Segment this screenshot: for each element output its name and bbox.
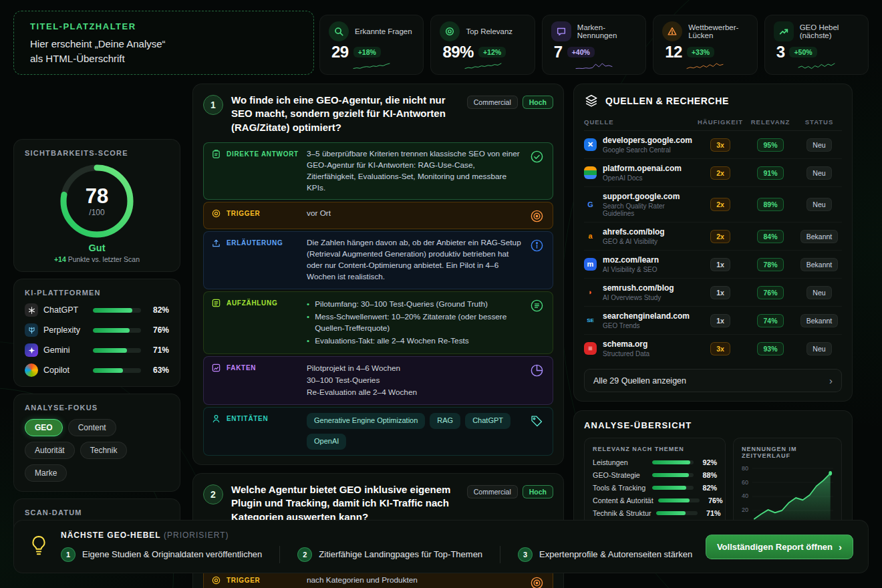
status-badge: Neu [806, 166, 831, 180]
open-report-button[interactable]: Vollständigen Report öffnen › [706, 535, 853, 559]
row-fakten: FAKTEN Pilotprojekt in 4–6 Wochen 30–100… [203, 356, 553, 405]
analyse-title: ANALYSE-ÜBERSICHT [584, 420, 842, 430]
lever-number: 1 [61, 547, 76, 562]
row-text: Die Zahlen hängen davon ab, ob der Anbie… [307, 237, 522, 283]
stat-delta-badge: +40% [567, 47, 595, 57]
status-badge: Neu [806, 342, 831, 355]
table-row[interactable]: m moz.com/learn AI Visibility & SEO 1x 7… [584, 251, 842, 279]
divider [500, 546, 500, 563]
row-label: ERLÄUTERUNG [227, 239, 301, 247]
stat-value: 29 [331, 43, 349, 61]
entity-chip[interactable]: RAG [430, 413, 460, 429]
table-row[interactable]: SE searchengineland.com GEO Trends 1x 74… [584, 307, 842, 335]
question-card-1: 1 Wo finde ich eine GEO-Agentur, die nic… [192, 84, 564, 465]
status-badge: Neu [806, 286, 831, 299]
entity-chip[interactable]: OpenAI [307, 434, 346, 450]
dashboard: TITEL-PLATZHALTER Hier erscheint „Deine … [0, 0, 882, 588]
target-circle-icon [530, 209, 544, 223]
page-subtitle-line1: Hier erscheint „Deine Analyse“ [30, 38, 166, 49]
theme-bar [652, 460, 694, 464]
source-subtitle: Search Quality Rater Guidelines [603, 202, 696, 217]
theme-row: Content & Autorität 76% [593, 496, 717, 504]
status-badge: Neu [806, 198, 831, 211]
questions-column: 1 Wo finde ich eine GEO-Agentur, die nic… [192, 84, 564, 588]
themes-title: RELEVANZ NACH THEMEN [593, 446, 717, 452]
row-aufzaehlung: AUFZÄHLUNG Pilotumfang: 30–100 Test-Quer… [203, 291, 553, 354]
source-subtitle: Google Search Central [603, 146, 692, 154]
list-item: Mess-Schwellenwert: 10–20% Zitaterate (o… [307, 311, 522, 334]
fokus-tag-technik[interactable]: Technik [80, 442, 128, 459]
table-row[interactable]: a ahrefs.com/blog GEO & AI Visibility 2x… [584, 223, 842, 251]
platform-name: Perplexity [43, 325, 88, 335]
check-circle-icon [530, 150, 544, 164]
stat-card-marken-nennungen: Marken-Nennungen 7 +40% [542, 15, 646, 75]
table-row[interactable]: ≡ schema.org Structured Data 3x 93% Neu [584, 335, 842, 362]
ki-platforms-card: KI-PLATTFORMEN ChatGPT 82% Perplexity 76… [13, 279, 180, 387]
platform-bar [93, 368, 141, 373]
kpi-row: Erkannte Fragen 29 +18% Top Relevanz 89%… [319, 15, 869, 75]
fokus-tag-content[interactable]: Content [68, 419, 116, 436]
theme-percent: 92% [698, 458, 717, 466]
theme-bar [656, 511, 698, 515]
list-item: Pilotumfang: 30–100 Test-Queries (Ground… [307, 299, 522, 310]
status-badge: Bekannt [800, 258, 839, 271]
lever-item-2[interactable]: 2 Zitierfähige Landingpages für Top-Them… [297, 547, 482, 562]
row-trigger: TRIGGER vor Ort [203, 202, 553, 229]
stat-label: Erkannte Fragen [355, 27, 412, 35]
list-item: Evaluations-Takt: alle 2–4 Wochen Re-Tes… [307, 335, 522, 347]
entity-chip[interactable]: ChatGPT [465, 413, 510, 429]
person-icon [211, 414, 221, 424]
chat-icon [551, 21, 571, 41]
source-favicon: SE [584, 314, 597, 327]
lever-item-1[interactable]: 1 Eigene Studien & Originaldaten veröffe… [61, 547, 262, 562]
platform-percent: 76% [146, 325, 169, 335]
theme-label: GEO-Strategie [593, 471, 647, 479]
theme-row: GEO-Strategie 88% [593, 471, 717, 479]
table-row[interactable]: ◗ semrush.com/blog AI Overviews Study 1x… [584, 279, 842, 307]
theme-bar [652, 473, 694, 477]
stat-delta-badge: +12% [478, 47, 506, 57]
show-all-sources-label: Alle 29 Quellen anzeigen [593, 376, 686, 386]
theme-row: Leistungen 92% [593, 458, 717, 466]
open-report-label: Vollständigen Report öffnen [717, 542, 833, 552]
theme-percent: 88% [698, 471, 717, 479]
source-domain: support.google.com [603, 192, 696, 201]
entity-chip[interactable]: Generative Engine Optimization [307, 413, 425, 429]
row-text: vor Ort [307, 208, 522, 219]
table-row[interactable]: G support.google.com Search Quality Rate… [584, 187, 842, 223]
fokus-tag-autoritaet[interactable]: Autorität [25, 442, 75, 459]
source-favicon [584, 166, 597, 179]
question-title: Welche Agentur bietet GEO inklusive eige… [231, 483, 459, 524]
relevance-badge: 95% [757, 138, 783, 152]
status-badge: Neu [806, 138, 831, 152]
source-domain: platform.openai.com [603, 164, 682, 173]
show-all-sources-button[interactable]: Alle 29 Quellen anzeigen › [584, 369, 842, 392]
table-row[interactable]: platform.openai.com OpenAI Docs 2x 91% N… [584, 159, 842, 187]
visibility-score-card: SICHTBARKEITS-SCORE 78 /100 Gut + [13, 139, 180, 272]
theme-percent: 76% [704, 496, 723, 504]
score-gauge: 78 /100 [58, 162, 136, 240]
theme-percent: 82% [698, 484, 717, 492]
fokus-tag-geo[interactable]: GEO [25, 419, 63, 436]
lever-item-3[interactable]: 3 Expertenprofile & Autorenseiten stärke… [518, 547, 692, 562]
search-icon [329, 21, 349, 41]
frequency-badge: 3x [710, 138, 730, 152]
frequency-badge: 2x [710, 198, 730, 211]
score-value: 78 [86, 186, 108, 206]
question-number: 2 [203, 484, 223, 504]
table-row[interactable]: ✕ developers.google.com Google Search Ce… [584, 131, 842, 159]
warning-icon [662, 21, 682, 41]
sparkline-chart [446, 62, 521, 69]
sparkline-chart [557, 62, 631, 69]
stat-card-wettbewerber-luecken: Wettbewerber-Lücken 12 +33% [653, 15, 757, 75]
platform-percent: 63% [146, 365, 169, 375]
fokus-tag-marke[interactable]: Marke [25, 464, 67, 482]
stat-label: Top Relevanz [466, 27, 512, 35]
target-circle-icon [530, 576, 544, 588]
theme-label: Content & Autorität [593, 496, 653, 504]
stat-value: 12 [665, 43, 682, 61]
row-erlaeuterung: ERLÄUTERUNG Die Zahlen hängen davon ab, … [203, 231, 553, 289]
levers-title: NÄCHSTE GEO-HEBEL (PRIORISIERT) [61, 531, 694, 540]
stat-delta-badge: +33% [687, 47, 714, 57]
sparkline-chart [334, 62, 409, 69]
